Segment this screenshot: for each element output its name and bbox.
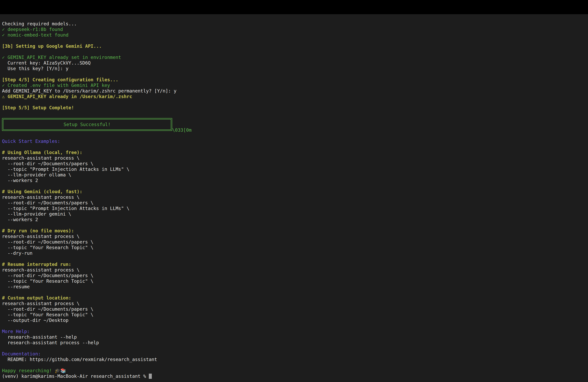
terminal-line: research-assistant process \ xyxy=(2,194,588,200)
terminal-line: # Using Gemini (cloud, fast): xyxy=(2,189,588,194)
terminal-line: --topic "Your Research Topic" \ xyxy=(2,278,588,284)
terminal-line xyxy=(2,133,588,138)
ansi-reset-artifact: \033[0m xyxy=(172,127,192,133)
terminal-line: README: https://github.com/rexmirak/rese… xyxy=(2,357,588,362)
terminal-line xyxy=(2,38,588,43)
terminal-line: --workers 2 xyxy=(2,178,588,183)
terminal-line: Current key: AIzaSyCkVY...SD6Q xyxy=(2,60,588,66)
terminal-line xyxy=(2,323,588,329)
terminal-line: --topic "Prompt Injection Attacks in LLM… xyxy=(2,206,588,211)
terminal-cursor xyxy=(149,374,152,379)
terminal-line: More Help: xyxy=(2,329,588,334)
terminal-line xyxy=(2,345,588,351)
terminal-line: --root-dir ~/Documents/papers \ xyxy=(2,200,588,206)
terminal-line: --topic "Your Research Topic" \ xyxy=(2,245,588,250)
prompt-text: (venv) karim@karims-MacBook-Air research… xyxy=(2,374,149,379)
terminal-line xyxy=(2,256,588,262)
terminal-line: --root-dir ~/Documents/papers \ xyxy=(2,239,588,245)
terminal-line: --resume xyxy=(2,284,588,289)
terminal-line: --root-dir ~/Documents/papers \ xyxy=(2,161,588,166)
terminal-line: --topic "Prompt Injection Attacks in LLM… xyxy=(2,166,588,172)
terminal-line: --root-dir ~/Documents/papers \ xyxy=(2,273,588,278)
terminal-line xyxy=(2,71,588,77)
terminal-line xyxy=(2,183,588,189)
terminal-line: research-assistant process \ xyxy=(2,233,588,239)
terminal-line: research-assistant process --help xyxy=(2,340,588,345)
terminal-line: research-assistant --help xyxy=(2,334,588,340)
terminal-line: ✓ Created .env file with Gemini API key xyxy=(2,82,588,88)
terminal-line xyxy=(2,222,588,228)
terminal-line: # Using Ollama (local, free): xyxy=(2,150,588,155)
terminal-line: Use this key? [Y/n]: y xyxy=(2,66,588,71)
terminal-line xyxy=(2,289,588,295)
success-box-label: Setup Successful! xyxy=(63,122,111,127)
terminal-line: Add GEMINI_API_KEY to /Users/karim/.zshr… xyxy=(2,88,588,94)
terminal-line: --workers 2 xyxy=(2,217,588,222)
terminal-line xyxy=(2,49,588,55)
terminal-line: research-assistant process \ xyxy=(2,267,588,273)
top-letterbox xyxy=(0,0,588,14)
terminal-line: ⚠ GEMINI_API_KEY already in /Users/karim… xyxy=(2,94,588,99)
terminal-line: ✓ GEMINI_API_KEY already set in environm… xyxy=(2,55,588,60)
terminal-line: --output-dir ~/Desktop xyxy=(2,317,588,323)
terminal-line: [Step 4/5] Creating configuration files.… xyxy=(2,77,588,82)
terminal-line: research-assistant process \ xyxy=(2,301,588,306)
terminal-line: --llm-provider ollama \ xyxy=(2,172,588,178)
success-box-row: Setup Successful! \033[0m xyxy=(2,116,588,133)
terminal-line: --topic "Your Research Topic" \ xyxy=(2,312,588,317)
terminal-line: Checking required models... xyxy=(2,21,588,27)
terminal-line: # Resume interrupted run: xyxy=(2,262,588,267)
terminal-prompt-line[interactable]: (venv) karim@karims-MacBook-Air research… xyxy=(2,373,588,379)
terminal-line: [Step 5/5] Setup Complete! xyxy=(2,105,588,111)
terminal-screen[interactable]: Checking required models... ✓ deepseek-r… xyxy=(0,14,588,379)
terminal-line: --llm-provider gemini \ xyxy=(2,211,588,217)
terminal-line: ✓ nomic-embed-text found xyxy=(2,32,588,38)
setup-success-box: Setup Successful! xyxy=(2,118,172,131)
terminal-line: Documentation: xyxy=(2,351,588,357)
terminal-line xyxy=(2,362,588,368)
terminal-line xyxy=(2,99,588,105)
terminal-line xyxy=(2,144,588,150)
terminal-line: # Dry run (no file moves): xyxy=(2,228,588,233)
terminal-line: --root-dir ~/Documents/papers \ xyxy=(2,306,588,312)
terminal-line: --dry-run xyxy=(2,250,588,256)
terminal-line: Quick Start Examples: xyxy=(2,138,588,144)
terminal-line: ✓ deepseek-r1:8b found xyxy=(2,27,588,32)
terminal-line: research-assistant process \ xyxy=(2,155,588,161)
terminal-line xyxy=(2,111,588,116)
terminal-line: # Custom output location: xyxy=(2,295,588,301)
terminal-line: [3b] Setting up Google Gemini API... xyxy=(2,43,588,49)
terminal-line: Happy researching! 🎓📚 xyxy=(2,368,588,373)
